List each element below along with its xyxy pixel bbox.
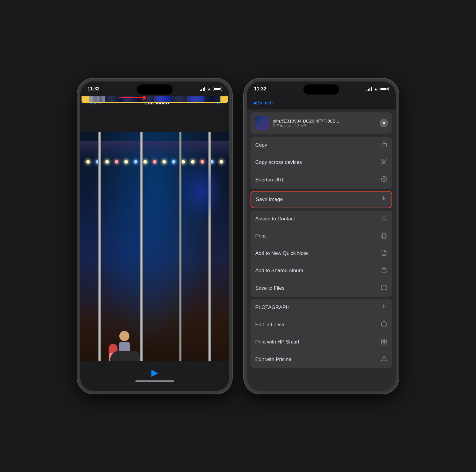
menu-item-lensa[interactable]: Edit in Lensa [250,316,392,334]
time-left: 11:32 [87,86,100,92]
svg-point-1 [382,159,383,161]
file-thumbnail [255,116,269,130]
menu-item-copy-devices-label: Copy across devices [255,159,302,165]
hp-smart-icon [381,338,387,346]
right-phone: 11:32 ▲ ◀ Search [244,79,399,394]
menu-section-misc: Assign to Contact Print [250,211,392,297]
print-icon [381,232,387,240]
file-name: trim.5E319904-BC26-4F7F-88B... [273,118,376,123]
menu-item-print-label: Print [255,233,266,239]
video-content [80,132,229,384]
menu-item-plotagraph-label: PLOTAGRAPH [255,305,289,311]
chevron-left-icon: ◀ [253,100,256,106]
back-button-right[interactable]: ◀ Search [253,100,273,106]
svg-rect-15 [381,341,384,344]
copy-icon [381,141,387,149]
battery-icon [213,87,222,91]
prisma-icon [381,355,387,363]
nav-bar-right: ◀ Search [247,96,396,109]
quick-note-icon [381,250,387,258]
svg-rect-9 [383,236,386,238]
save-image-icon [380,195,387,203]
dynamic-island-right [303,84,339,95]
svg-marker-17 [381,356,387,361]
menu-item-copy-devices[interactable]: Copy across devices [250,154,392,171]
menu-item-lensa-label: Edit in Lensa [255,322,284,328]
battery-icon-right [380,87,389,91]
scissors-icon [381,159,387,167]
menu-item-assign-contact[interactable]: Assign to Contact [250,211,392,228]
svg-rect-13 [381,339,384,341]
svg-point-8 [383,216,385,218]
left-phone: 11:32 ▲ Cancel Edit Video Save ❮ [77,79,232,394]
status-icons-right: ▲ [367,87,389,91]
svg-rect-0 [383,143,386,147]
play-button[interactable] [151,370,158,377]
svg-point-2 [382,162,383,164]
svg-point-12 [381,321,387,327]
menu-item-save-files-label: Save to Files [255,285,284,291]
signal-icon [200,87,205,91]
signal-icon-right [367,87,372,91]
plotagraph-icon [381,304,387,312]
folder-icon [381,284,387,292]
menu-item-shorten-url[interactable]: Shorten URL [250,171,392,189]
time-right: 11:32 [254,86,266,92]
menu-section-apps: PLOTAGRAPH Edit in Lensa [250,299,392,368]
svg-rect-14 [384,339,387,341]
menu-item-quick-note[interactable]: Add to New Quick Note [250,245,392,262]
menu-item-hp-smart[interactable]: Print with HP Smart [250,334,392,351]
menu-item-prisma[interactable]: Edit with Prisma [250,351,392,368]
compass-icon [381,176,387,184]
menu-item-copy[interactable]: Copy [250,137,392,154]
red-arrow [119,97,146,98]
file-meta: GIF Image · 1.3 MB [273,123,376,128]
file-header: trim.5E319904-BC26-4F7F-88B... GIF Image… [250,112,392,134]
menu-list: Copy Copy across devices [247,137,396,391]
shared-album-icon [381,267,387,275]
menu-item-print[interactable]: Print [250,228,392,245]
wifi-icon-right: ▲ [374,87,378,91]
menu-item-shorten-url-label: Shorten URL [255,177,284,183]
menu-item-hp-smart-label: Print with HP Smart [255,339,299,345]
menu-item-save-image-label: Save Image [256,197,283,203]
menu-item-assign-contact-label: Assign to Contact [255,216,295,222]
file-info: trim.5E319904-BC26-4F7F-88B... GIF Image… [273,118,376,128]
close-button[interactable]: ✕ [380,119,388,127]
dynamic-island [137,84,173,95]
contact-icon [381,215,387,223]
status-icons-left: ▲ [200,87,222,91]
share-content: trim.5E319904-BC26-4F7F-88B... GIF Image… [247,109,396,391]
svg-marker-6 [383,178,385,180]
menu-item-save-image[interactable]: Save Image [250,191,392,208]
menu-section-copy: Copy Copy across devices [250,137,392,189]
menu-item-shared-album-label: Add to Shared Album [255,268,303,274]
svg-point-5 [381,176,387,182]
menu-item-copy-label: Copy [255,142,267,148]
svg-rect-16 [384,341,387,344]
home-indicator [135,380,174,382]
menu-item-quick-note-label: Add to New Quick Note [255,250,308,256]
menu-item-save-files[interactable]: Save to Files [250,280,392,297]
menu-item-prisma-label: Edit with Prisma [255,357,292,363]
lensa-icon [381,321,387,329]
menu-item-plotagraph[interactable]: PLOTAGRAPH [250,299,392,316]
bottom-bar [80,361,229,391]
wifi-icon: ▲ [207,87,211,91]
menu-item-shared-album[interactable]: Add to Shared Album [250,262,392,280]
